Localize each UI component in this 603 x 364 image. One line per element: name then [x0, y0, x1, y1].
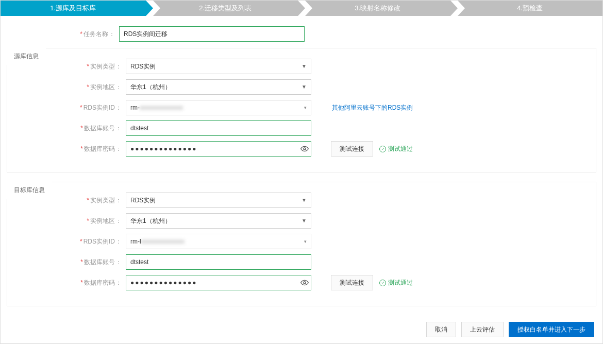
other-account-rds-link[interactable]: 其他阿里云账号下的RDS实例 [332, 103, 413, 112]
source-db-pass-label: *数据库密码： [7, 145, 126, 153]
task-name-area: *任务名称： RDS实例间迁移 [1, 16, 602, 42]
target-db-user-row: *数据库账号： dtstest [7, 254, 596, 270]
eye-icon[interactable] [299, 145, 310, 153]
target-rds-id-row: *RDS实例ID： rm-lxxxxxxxxxxxxxx ▾ [7, 234, 596, 249]
source-region-select[interactable]: 华东1（杭州） ▼ [126, 79, 311, 95]
wizard-steps: 1.源库及目标库 2.迁移类型及列表 3.映射名称修改 4.预检查 [1, 1, 602, 16]
source-db-user-row: *数据库账号： dtstest [7, 120, 596, 136]
chevron-down-icon: ▼ [301, 193, 307, 207]
target-db-user-label: *数据库账号： [7, 258, 126, 267]
target-region-row: *实例地区： 华东1（杭州） ▼ [7, 213, 596, 229]
check-circle-icon [379, 146, 386, 152]
step-3-mapping[interactable]: 3.映射名称修改 [305, 1, 450, 16]
wizard-page: 1.源库及目标库 2.迁移类型及列表 3.映射名称修改 4.预检查 *任务名称：… [0, 0, 603, 344]
authorize-next-button[interactable]: 授权白名单并进入下一步 [509, 322, 594, 337]
target-region-label: *实例地区： [7, 217, 126, 226]
target-section-title: 目标库信息 [7, 182, 52, 199]
source-test-pass-status: 测试通过 [379, 145, 413, 153]
svg-point-0 [304, 148, 306, 150]
source-section-title: 源库信息 [7, 48, 46, 65]
svg-point-1 [304, 282, 306, 284]
source-db-user-label: *数据库账号： [7, 124, 126, 133]
target-region-select[interactable]: 华东1（杭州） ▼ [126, 213, 311, 229]
target-section: 目标库信息 *实例类型： RDS实例 ▼ *实例地区： 华东1（杭州） ▼ *R… [7, 182, 596, 306]
target-db-pass-label: *数据库密码： [7, 279, 126, 287]
target-db-user-input[interactable]: dtstest [126, 254, 311, 270]
cancel-button[interactable]: 取消 [426, 322, 456, 337]
source-db-pass-input[interactable]: ●●●●●●●●●●●●●● [126, 141, 311, 157]
chevron-down-icon: ▼ [301, 59, 307, 74]
target-rds-id-combobox[interactable]: rm-lxxxxxxxxxxxxxx ▾ [126, 234, 311, 249]
check-circle-icon [379, 280, 386, 286]
source-rds-id-label: *RDS实例ID： [7, 103, 126, 112]
footer-actions: 取消 上云评估 授权白名单并进入下一步 [1, 316, 602, 343]
task-name-label: *任务名称： [1, 30, 119, 39]
source-region-row: *实例地区： 华东1（杭州） ▼ [7, 79, 596, 95]
chevron-down-icon: ▾ [304, 234, 307, 249]
source-db-pass-row: *数据库密码： ●●●●●●●●●●●●●● 测试连接 测试通过 [7, 141, 596, 157]
cloud-evaluate-button[interactable]: 上云评估 [461, 322, 504, 337]
target-rds-id-label: *RDS实例ID： [7, 237, 126, 246]
step-2-migration-type[interactable]: 2.迁移类型及列表 [153, 1, 298, 16]
source-instance-type-select[interactable]: RDS实例 ▼ [126, 59, 311, 74]
source-instance-type-row: *实例类型： RDS实例 ▼ [7, 59, 596, 74]
eye-icon[interactable] [299, 279, 310, 287]
chevron-down-icon: ▾ [304, 100, 307, 115]
source-db-user-input[interactable]: dtstest [126, 120, 311, 136]
source-test-connection-button[interactable]: 测试连接 [331, 141, 373, 157]
target-instance-type-select[interactable]: RDS实例 ▼ [126, 193, 311, 208]
source-rds-id-row: *RDS实例ID： rm-xxxxxxxxxxxxxx ▾ 其他阿里云账号下的R… [7, 100, 596, 115]
target-db-pass-row: *数据库密码： ●●●●●●●●●●●●●● 测试连接 测试通过 [7, 275, 596, 290]
task-name-input[interactable]: RDS实例间迁移 [119, 26, 305, 42]
target-test-connection-button[interactable]: 测试连接 [331, 275, 373, 290]
chevron-down-icon: ▼ [301, 80, 307, 94]
target-db-pass-input[interactable]: ●●●●●●●●●●●●●● [126, 275, 311, 290]
task-name-row: *任务名称： RDS实例间迁移 [1, 26, 602, 42]
step-4-precheck[interactable]: 4.预检查 [458, 1, 603, 16]
step-1-source-target[interactable]: 1.源库及目标库 [1, 1, 146, 16]
source-region-label: *实例地区： [7, 83, 126, 92]
source-section: 源库信息 *实例类型： RDS实例 ▼ *实例地区： 华东1（杭州） ▼ *RD… [7, 48, 596, 172]
source-rds-id-combobox[interactable]: rm-xxxxxxxxxxxxxx ▾ [126, 100, 311, 115]
target-test-pass-status: 测试通过 [379, 279, 413, 287]
chevron-down-icon: ▼ [301, 214, 307, 228]
target-instance-type-row: *实例类型： RDS实例 ▼ [7, 193, 596, 208]
